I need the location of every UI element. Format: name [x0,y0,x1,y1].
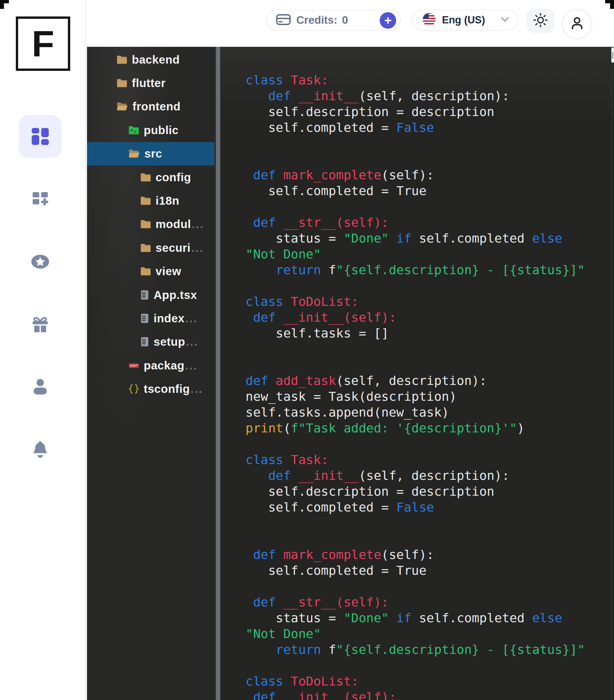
code-line [246,341,614,357]
theme-toggle-button[interactable] [526,9,555,33]
tree-item-label: packag [144,359,185,372]
tree-item-label: modul [155,217,191,231]
star-badge-icon [30,254,50,270]
top-header: Credits: 0 + Eng (US) [86,0,614,47]
folder-public-icon [128,125,139,135]
code-line: self.completed = False [246,120,614,136]
language-selector[interactable]: Eng (US) [412,10,519,30]
code-line: new_task = Task(description) [246,389,614,404]
dashboard-icon [30,127,50,146]
truncation-ellipsis: ... [185,312,198,325]
code-line: class Task: [246,72,614,88]
gift-icon [31,315,50,334]
tree-item-i18n[interactable]: i18n [87,189,214,212]
code-line: class ToDoList: [246,673,614,689]
code-line: def __init__(self, description): [246,468,614,484]
code-line: def __str__(self): [246,594,614,610]
folder-open-icon [116,101,128,111]
npm-icon [128,361,139,371]
code-scrollbar[interactable] [611,48,614,63]
credits-pill: Credits: 0 + [266,10,401,30]
tree-item-packag[interactable]: packag... [87,354,214,377]
credits-value: 0 [342,14,348,26]
user-icon [31,378,49,396]
tree-item-modul[interactable]: modul... [87,213,214,236]
tree-item-label: frontend [133,100,180,113]
code-line [246,136,614,151]
tree-item-label: public [144,124,179,137]
folder-icon [140,243,151,253]
user-profile-icon [570,16,584,32]
code-line: self.tasks = [] [246,325,614,341]
code-line: def mark_complete(self): [246,547,614,563]
code-line [246,278,614,293]
code-line: self.tasks.append(new_task) [246,404,614,420]
sidebar: F [0,0,86,700]
chevron-down-icon [500,16,510,24]
folder-icon [116,55,127,65]
code-editor-panel: class Task: def __init__(self, descripti… [222,47,614,700]
code-line [246,515,614,531]
language-label: Eng (US) [442,14,485,26]
truncation-ellipsis: ... [185,359,198,372]
code-line: class ToDoList: [246,293,614,310]
code-scrollbar-mark [612,52,613,59]
tree-item-backend[interactable]: backend [87,48,214,71]
tree-item-label: view [155,265,181,278]
code-line: return f"{self.description} - [{status}]… [246,262,614,278]
tree-item-securi[interactable]: securi... [87,236,214,259]
tree-item-src[interactable]: src [87,142,214,165]
app-logo[interactable]: F [16,16,70,71]
sidebar-item-notifications[interactable] [19,428,62,471]
file-icon [140,313,149,324]
tree-item-label: securi [155,241,190,254]
sidebar-item-dashboard[interactable] [19,115,62,158]
tree-item-setup[interactable]: setup... [87,330,214,354]
sidebar-item-favorites[interactable] [19,240,62,283]
folder-open-icon [128,149,140,159]
grid-plus-icon [31,190,50,208]
tree-item-app-tsx[interactable]: App.tsx [87,283,214,307]
logo-letter: F [32,25,54,62]
tree-item-frontend[interactable]: frontend [87,95,214,118]
truncation-ellipsis: ... [190,382,203,396]
truncation-ellipsis: ... [191,241,204,254]
code-line [246,357,614,373]
code-line [246,199,614,214]
tree-scrollbar[interactable] [216,47,220,700]
tree-item-label: src [145,147,162,160]
tree-item-index[interactable]: index... [87,307,214,330]
tree-item-public[interactable]: public [87,118,214,142]
tree-item-label: config [155,171,191,184]
sidebar-item-profile[interactable] [19,365,62,408]
code-line: return f"{self.description} - [{status}]… [246,642,614,658]
code-line [246,436,614,452]
sidebar-item-rewards[interactable] [19,303,62,346]
tree-item-label: tsconfig [144,382,190,396]
code-line: self.completed = True [246,563,614,578]
code-line: def __init__(self, description): [246,88,614,104]
file-tree-panel: backend flutter frontend public src conf… [87,47,214,700]
file-icon [140,337,149,347]
code-line: self.description = description [246,484,614,499]
credit-card-icon [276,13,291,27]
tree-item-flutter[interactable]: flutter [87,71,214,95]
code-line: status = "Done" if self.completed else [246,230,614,246]
tree-item-view[interactable]: view [87,260,214,283]
truncation-ellipsis: ... [191,217,204,231]
sidebar-item-widgets-add[interactable] [19,178,62,221]
braces-icon [128,383,139,395]
flag-us-icon [422,13,436,28]
tree-item-tsconfig[interactable]: tsconfig... [87,377,214,400]
add-credits-button[interactable]: + [380,12,396,29]
tree-item-config[interactable]: config [87,165,214,189]
code-line: status = "Done" if self.completed else [246,610,614,626]
code-line: "Not Done" [246,626,614,642]
folder-icon [116,78,127,88]
profile-button[interactable] [562,9,592,39]
code-line [246,531,614,547]
tree-item-label: backend [132,53,180,66]
credits-label: Credits: [296,14,338,26]
code-line [246,658,614,673]
code-line: class Task: [246,452,614,468]
